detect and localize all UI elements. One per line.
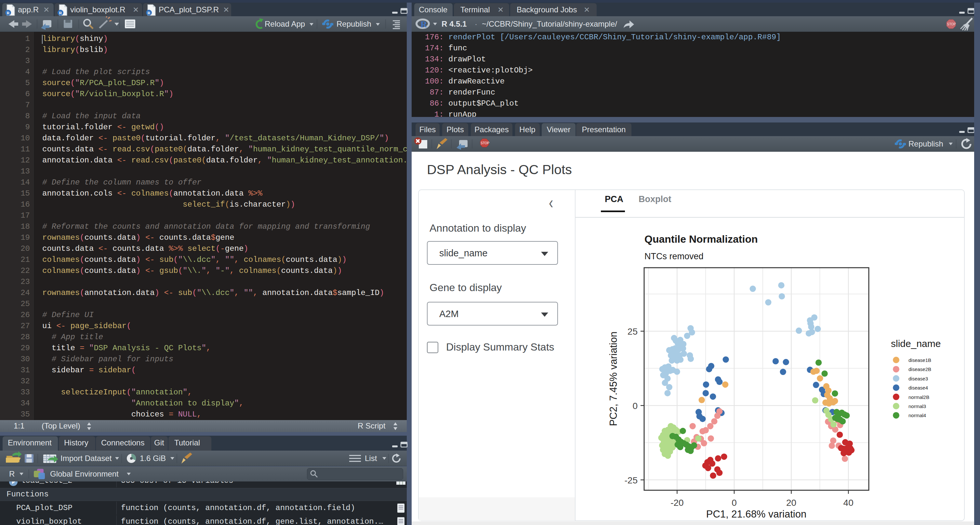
svg-text:PC1, 21.68% variation: PC1, 21.68% variation (706, 508, 807, 520)
svg-text:0: 0 (632, 401, 638, 411)
svg-text:25: 25 (628, 327, 638, 336)
svg-text:0: 0 (732, 498, 737, 508)
svg-text:disease4: disease4 (908, 385, 928, 390)
svg-text:STOP: STOP (480, 141, 489, 145)
svg-text:Quantile Normalization: Quantile Normalization (644, 233, 757, 245)
svg-text:NTCs removed: NTCs removed (644, 251, 704, 261)
svg-text:normal4: normal4 (908, 412, 926, 418)
svg-text:R: R (59, 10, 62, 15)
svg-text:slide_name: slide_name (891, 338, 941, 349)
svg-text:R: R (147, 10, 151, 15)
svg-text:normal2B: normal2B (908, 394, 929, 400)
svg-text:disease1B: disease1B (908, 357, 931, 363)
svg-text:R: R (6, 10, 10, 15)
svg-text:40: 40 (843, 498, 854, 508)
svg-text:disease2B: disease2B (908, 366, 931, 372)
svg-text:disease3: disease3 (908, 376, 928, 381)
svg-text:20: 20 (786, 498, 796, 508)
svg-text:R: R (420, 19, 427, 29)
svg-text:normal3: normal3 (908, 403, 926, 409)
svg-text:-25: -25 (625, 475, 638, 485)
svg-text:-20: -20 (670, 498, 684, 508)
svg-text:STOP: STOP (947, 22, 956, 26)
svg-text:PC2, 7.45% variation: PC2, 7.45% variation (608, 331, 619, 426)
